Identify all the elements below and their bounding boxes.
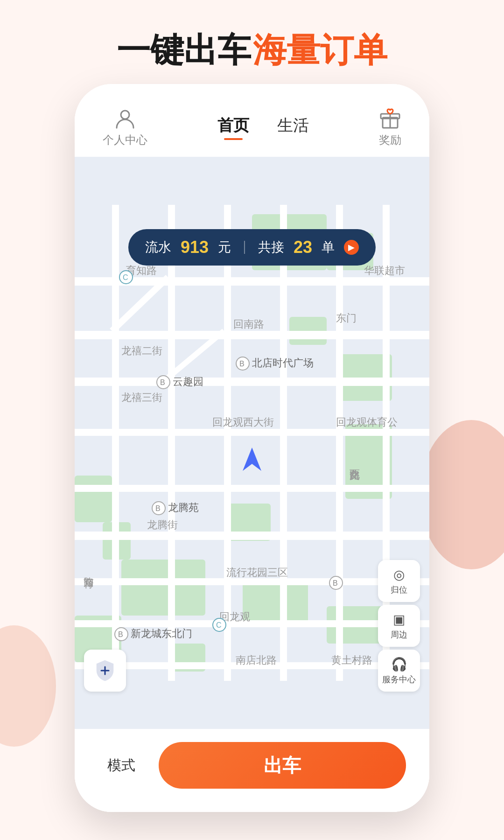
svg-rect-23 <box>75 532 429 540</box>
svg-text:新龙城东北门: 新龙城东北门 <box>131 628 192 639</box>
service-label: 服务中心 <box>382 674 416 685</box>
service-icon: 🎧 <box>391 657 407 672</box>
stats-orders-value: 23 <box>294 238 312 257</box>
hero-title-black: 一键出车 <box>117 31 251 69</box>
svg-rect-28 <box>168 205 175 681</box>
svg-text:流行花园三区: 流行花园三区 <box>226 567 288 578</box>
svg-rect-25 <box>75 620 429 627</box>
nav-reward[interactable]: 奖励 <box>379 107 401 147</box>
bg-decoration-right <box>420 420 504 569</box>
locate-label: 归位 <box>391 584 407 595</box>
mode-button[interactable]: 模式 <box>98 751 145 780</box>
tab-life[interactable]: 生活 <box>277 115 309 140</box>
stats-revenue-label: 流水 <box>145 238 171 256</box>
stats-orders-label: 共接 <box>258 238 284 256</box>
shield-plus-icon <box>93 659 117 682</box>
locate-button[interactable]: ◎ 归位 <box>378 560 420 602</box>
stats-arrow[interactable]: ▶ <box>344 240 359 255</box>
safety-badge[interactable] <box>84 650 126 692</box>
tab-home[interactable]: 首页 <box>217 115 249 140</box>
svg-rect-30 <box>280 205 287 681</box>
svg-rect-24 <box>75 578 429 585</box>
svg-text:南店北路: 南店北路 <box>236 654 277 666</box>
map-area: 流水 913 元 共接 23 单 ▶ <box>75 157 429 729</box>
map-controls: ◎ 归位 ▣ 周边 🎧 服务中心 <box>378 560 420 692</box>
svg-text:回龙观体育公: 回龙观体育公 <box>336 416 398 428</box>
nav-reward-label: 奖励 <box>379 133 401 147</box>
stats-revenue-value: 913 <box>181 238 209 257</box>
svg-rect-10 <box>75 476 112 522</box>
hero-title: 一键出车 海量订单 <box>0 28 504 73</box>
svg-text:云趣园: 云趣园 <box>173 376 203 387</box>
svg-text:东门: 东门 <box>336 312 357 324</box>
phone-inner: 个人中心 首页 生活 奖励 <box>75 84 429 812</box>
phone-mockup: 个人中心 首页 生活 奖励 <box>75 84 429 812</box>
svg-rect-19 <box>75 331 429 339</box>
svg-text:C: C <box>123 273 128 281</box>
svg-text:B: B <box>155 504 161 512</box>
svg-rect-21 <box>75 429 429 436</box>
stats-divider <box>244 241 245 254</box>
svg-text:B: B <box>160 378 165 386</box>
locate-icon: ◎ <box>393 567 405 582</box>
svg-text:龙腾街: 龙腾街 <box>147 519 178 531</box>
svg-text:黄土村路: 黄土村路 <box>331 654 372 666</box>
svg-text:龙禧三街: 龙禧三街 <box>121 392 162 403</box>
start-button[interactable]: 出车 <box>159 742 406 789</box>
svg-text:华联超市: 华联超市 <box>364 265 405 276</box>
svg-text:回南路: 回南路 <box>233 318 264 330</box>
svg-text:回龙观西大街: 回龙观西大街 <box>212 416 274 428</box>
nearby-icon: ▣ <box>393 612 405 627</box>
nav-center-tabs: 首页 生活 <box>217 115 309 140</box>
svg-text:B: B <box>239 360 245 368</box>
svg-rect-31 <box>336 205 343 681</box>
svg-text:北店时代广场: 北店时代广场 <box>252 357 314 369</box>
svg-point-0 <box>121 111 129 119</box>
bg-decoration-left <box>0 625 56 747</box>
stats-orders-unit: 单 <box>322 238 335 256</box>
svg-rect-22 <box>75 485 429 492</box>
svg-text:B: B <box>333 579 338 587</box>
svg-text:龙腾苑: 龙腾苑 <box>168 502 199 513</box>
gift-icon <box>379 107 401 130</box>
hero-title-orange: 海量订单 <box>253 31 387 69</box>
stats-bar: 流水 913 元 共接 23 单 ▶ <box>128 229 376 266</box>
person-icon <box>114 107 136 130</box>
service-button[interactable]: 🎧 服务中心 <box>378 650 420 692</box>
top-nav: 个人中心 首页 生活 奖励 <box>75 84 429 157</box>
svg-text:B: B <box>118 630 123 638</box>
nav-personal-label: 个人中心 <box>103 133 147 147</box>
svg-rect-27 <box>112 205 119 681</box>
svg-rect-20 <box>75 378 429 386</box>
nearby-label: 周边 <box>391 629 407 640</box>
svg-rect-13 <box>121 560 205 616</box>
nearby-button[interactable]: ▣ 周边 <box>378 605 420 647</box>
svg-text:C: C <box>216 621 222 629</box>
stats-revenue-unit: 元 <box>218 238 231 256</box>
nav-personal-center[interactable]: 个人中心 <box>103 107 147 147</box>
bottom-bar: 模式 出车 <box>75 729 429 812</box>
svg-text:龙禧二街: 龙禧二街 <box>121 345 162 357</box>
svg-rect-29 <box>224 205 231 681</box>
